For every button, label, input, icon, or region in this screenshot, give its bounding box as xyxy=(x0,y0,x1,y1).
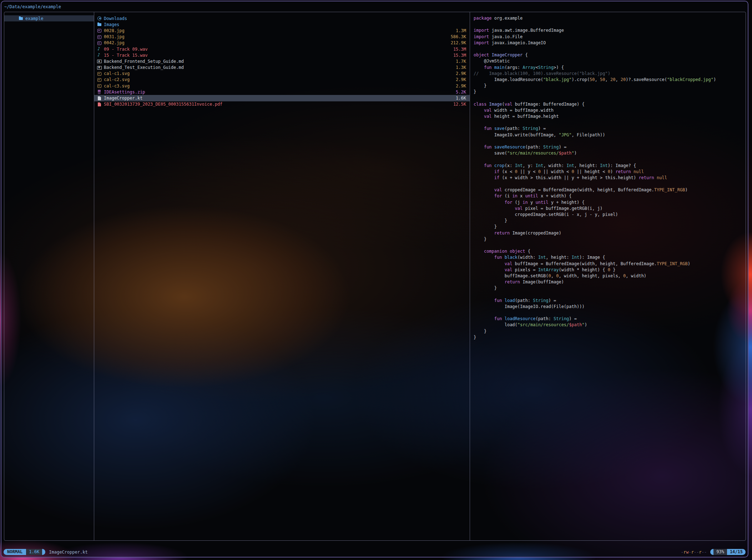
code-line: return Image(buffImage) xyxy=(474,279,746,285)
code-line: import java.awt.image.BufferedImage xyxy=(474,27,746,34)
file-name: 0028.jpg xyxy=(104,28,125,33)
list-item[interactable]: 0031.jpg586.3K xyxy=(94,34,470,40)
list-item[interactable]: cal-c2.svg2.9K xyxy=(94,77,470,83)
code-line: fun black(width: Int, height: Int): Imag… xyxy=(474,254,746,261)
code-line: companion object { xyxy=(474,248,746,254)
code-line: fun save(path: String) = xyxy=(474,126,746,132)
code-line: Image(ImageIO.read(File(path))) xyxy=(474,304,746,310)
code-line xyxy=(474,95,746,101)
file-size: 586.3K xyxy=(451,34,466,39)
list-item[interactable]: cal-c3.svg2.9K xyxy=(94,83,470,89)
list-item[interactable]: Backend_Test_Execution_Guide.md1.3K xyxy=(94,65,470,71)
code-line xyxy=(474,242,746,248)
file-name: Downloads xyxy=(104,16,127,21)
file-size: 2.9K xyxy=(456,77,466,82)
powerline-cap-icon xyxy=(710,549,713,555)
code-line: val pixel = buffImage.getRGB(i, j) xyxy=(474,206,746,212)
code-line xyxy=(474,156,746,162)
file-size: 1.3K xyxy=(456,65,466,70)
file-name: Backend_Test_Execution_Guide.md xyxy=(104,65,184,70)
list-item[interactable]: 15 - Track 15.wav15.3M xyxy=(94,52,470,58)
image-icon xyxy=(97,41,102,45)
file-size: 15.3M xyxy=(453,47,466,52)
file-list: DownloadsImages0028.jpg1.3M0031.jpg586.3… xyxy=(94,12,470,540)
code-line xyxy=(474,291,746,297)
file-size: 12.5K xyxy=(453,102,466,107)
list-item[interactable]: 0042.jpg212.9K xyxy=(94,40,470,46)
powerline-cap-icon xyxy=(42,549,45,555)
file-size: 2.9K xyxy=(456,71,466,76)
list-item[interactable]: Images xyxy=(94,21,470,27)
list-item[interactable]: Downloads xyxy=(94,15,470,21)
folder-icon xyxy=(97,22,102,27)
current-path: ~/Data/example/example xyxy=(4,3,61,10)
code-line: } xyxy=(474,218,746,224)
file-name: ImageCropper.kt xyxy=(104,96,142,101)
code-line: val croppedImage = BufferedImage(width, … xyxy=(474,187,746,193)
code-line: load("src/main/resources/$path") xyxy=(474,322,746,328)
code-line xyxy=(474,21,746,27)
image-icon xyxy=(97,77,102,82)
list-item[interactable]: SBI_0032013739_2023_DE05_0003155631Invoi… xyxy=(94,101,470,107)
code-preview: package org.example import java.awt.imag… xyxy=(474,15,746,340)
parent-dir-item[interactable]: example xyxy=(4,15,94,21)
file-name: IDEAsettings.zip xyxy=(104,90,145,95)
list-item[interactable]: 09 - Track 09.wav15.3M xyxy=(94,46,470,52)
code-line: val buffImage = BufferedImage(width, hei… xyxy=(474,261,746,267)
scroll-percent: 93% xyxy=(713,549,727,555)
file-name: SBI_0032013739_2023_DE05_0003155631Invoi… xyxy=(104,102,222,107)
desktop-wallpaper: ~/Data/example/example example Downloads… xyxy=(0,0,752,560)
file-size: 1.6K xyxy=(456,96,466,101)
list-item[interactable]: Backend_Frontend_Setup_Guide.md1.7K xyxy=(94,58,470,64)
code-line: import javax.imageio.ImageIO xyxy=(474,40,746,46)
code-line: Image.loadResource("black.jpg").crop(50,… xyxy=(474,77,746,83)
yazi-manager: example DownloadsImages0028.jpg1.3M0031.… xyxy=(4,12,746,541)
list-item[interactable]: ImageCropper.kt1.6K xyxy=(94,95,470,101)
terminal-window: ~/Data/example/example example Downloads… xyxy=(1,1,748,558)
preview-pane: package org.example import java.awt.imag… xyxy=(470,12,746,540)
code-line: } xyxy=(474,89,746,95)
file-name: 15 - Track 15.wav xyxy=(104,53,148,58)
code-line xyxy=(474,310,746,316)
file-name: 0042.jpg xyxy=(104,40,125,45)
status-bar: NORMAL 1.6K ImageCropper.kt -rw-r--r-- 9… xyxy=(4,549,746,555)
code-line xyxy=(474,138,746,144)
audio-icon xyxy=(97,47,102,51)
list-item[interactable]: IDEAsettings.zip5.2K xyxy=(94,89,470,95)
file-size: 5.2K xyxy=(456,90,466,95)
status-right-group: -rw-r--r-- 93% 14/15 xyxy=(681,549,746,555)
code-line: buffImage.setRGB(0, 0, width, height, pi… xyxy=(474,273,746,279)
code-line: } xyxy=(474,285,746,291)
code-line: ImageIO.write(buffImage, "JPG", File(pat… xyxy=(474,132,746,138)
markdown-icon xyxy=(97,65,102,70)
code-line: @JvmStatic xyxy=(474,58,746,64)
code-line: save("src/main/resources/$path") xyxy=(474,150,746,156)
file-name: cal-c3.svg xyxy=(104,84,130,89)
code-line: croppedImage.setRGB(i - x, j - y, pixel) xyxy=(474,212,746,218)
code-line: fun main(args: Array<String>) { xyxy=(474,65,746,71)
code-line: } xyxy=(474,83,746,89)
file-size: 1.3M xyxy=(456,28,466,33)
cursor-position: 14/15 xyxy=(727,549,746,555)
code-line: fun loadResource(path: String) = xyxy=(474,316,746,322)
archive-icon xyxy=(97,90,102,94)
file-size: 212.9K xyxy=(451,40,466,45)
list-item[interactable]: 0028.jpg1.3M xyxy=(94,27,470,34)
code-line: } xyxy=(474,224,746,230)
list-item[interactable]: cal-c1.svg2.9K xyxy=(94,71,470,77)
file-permissions: -rw-r--r-- xyxy=(681,550,707,555)
code-line: for (j in y until y + height) { xyxy=(474,200,746,206)
image-icon xyxy=(97,28,102,33)
code-line: } xyxy=(474,334,746,340)
code-line xyxy=(474,120,746,126)
code-line: package org.example xyxy=(474,15,746,21)
code-line: if (x < 0 || y < 0 || width < 0 || heigh… xyxy=(474,169,746,175)
file-name: 0031.jpg xyxy=(104,34,125,39)
file-size: 15.3M xyxy=(453,53,466,58)
mode-badge: NORMAL xyxy=(4,549,26,555)
pdf-icon xyxy=(97,102,102,107)
code-line: import java.io.File xyxy=(474,34,746,40)
file-name: Images xyxy=(104,22,119,27)
code-line: val pixels = IntArray(width * height) { … xyxy=(474,267,746,273)
code-line: fun load(path: String) = xyxy=(474,298,746,304)
